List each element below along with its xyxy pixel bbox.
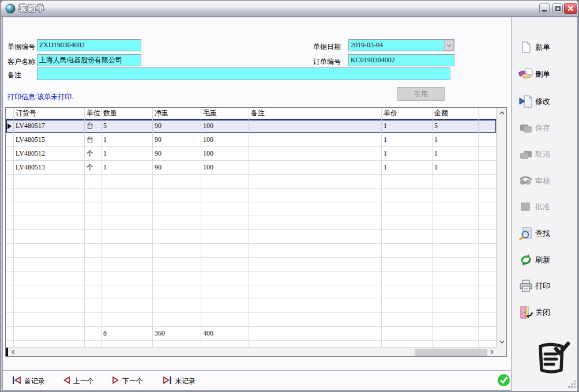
horizontal-scrollbar[interactable]: [6, 347, 497, 356]
grid-cell[interactable]: 1: [382, 133, 433, 147]
audit-icon: [518, 174, 533, 188]
table-row[interactable]: LV480513个19010011: [6, 161, 497, 175]
sidebar-button-close[interactable]: 关闭: [518, 304, 575, 321]
grid-header-cell[interactable]: 单价: [382, 108, 433, 119]
grid-cell[interactable]: 1: [433, 161, 479, 175]
sidebar-button-new[interactable]: 新单: [518, 39, 575, 56]
grid-cell[interactable]: 100: [201, 161, 249, 175]
grid-cell: [85, 327, 101, 341]
grid-cell-filler: [479, 119, 497, 133]
grid-cell[interactable]: 90: [153, 147, 201, 161]
grid-cell[interactable]: LV480515: [14, 133, 85, 147]
grid-cell: 8: [101, 327, 153, 341]
grid-cell[interactable]: LV480512: [14, 147, 85, 161]
close-icon: [567, 5, 574, 12]
vertical-scrollbar[interactable]: [497, 108, 506, 347]
grid-cell[interactable]: 90: [153, 133, 201, 147]
confirm-green-icon[interactable]: [497, 374, 510, 387]
grid-header-cell[interactable]: 金额: [433, 108, 479, 119]
grid-cell[interactable]: 100: [201, 119, 249, 133]
grid-cell[interactable]: 100: [201, 133, 249, 147]
grid-cell[interactable]: 100: [201, 147, 249, 161]
sidebar-button-print[interactable]: 打印: [518, 277, 575, 295]
grid-cell[interactable]: 个: [85, 161, 101, 175]
grid-cell-filler: [479, 189, 497, 202]
grid-cell-filler: [479, 161, 497, 175]
resize-grip[interactable]: [567, 380, 576, 389]
nav-button-label: 末记录: [175, 376, 195, 386]
grid-cell[interactable]: [249, 147, 382, 161]
grid-cell[interactable]: 1: [101, 147, 153, 161]
grid-cell: [382, 189, 433, 202]
grid-cell[interactable]: 台: [85, 133, 101, 147]
grid-cell: [14, 202, 85, 216]
grid-cell[interactable]: 1: [433, 147, 479, 161]
grid-header-filler: [479, 108, 497, 119]
title-bar[interactable]: 装箱单: [1, 1, 578, 17]
new-doc-icon: [518, 40, 533, 54]
doc-no-input[interactable]: [37, 39, 141, 51]
grid-header-cell[interactable]: 数量: [101, 108, 153, 119]
grid-header-cell[interactable]: 单位: [85, 108, 101, 119]
sidebar-button-approve: 批准: [518, 198, 575, 216]
delete-icon: [518, 67, 533, 81]
grid-cell[interactable]: 90: [153, 119, 201, 133]
grid-body: LV480517台59010015LV480515台19010011LV4805…: [6, 119, 497, 347]
grid-cell[interactable]: 台: [85, 119, 101, 133]
row-indicator: [6, 119, 14, 133]
grid-header-cell[interactable]: 毛重: [201, 108, 249, 119]
sidebar-button-find[interactable]: 查找: [518, 225, 575, 242]
doc-date-input[interactable]: [348, 39, 454, 51]
grid-cell[interactable]: 个: [85, 147, 101, 161]
scroll-right-icon[interactable]: [488, 348, 496, 356]
grid-cell[interactable]: 5: [433, 119, 479, 133]
grid-cell[interactable]: 1: [101, 161, 153, 175]
grid-cell[interactable]: [249, 161, 382, 175]
totals-row: 8360400: [6, 327, 497, 341]
remark-input[interactable]: [37, 67, 450, 80]
empty-row: [6, 189, 497, 202]
customer-input[interactable]: [37, 54, 141, 66]
grid-cell[interactable]: [249, 119, 382, 133]
grid-cell: [382, 258, 433, 272]
order-no-input[interactable]: [348, 54, 454, 66]
grid-cell: [249, 202, 382, 216]
grid-cell[interactable]: 1: [101, 133, 153, 147]
sidebar-button-refresh[interactable]: 刷新: [518, 251, 575, 269]
grid-cell: [382, 230, 433, 244]
grid-cell[interactable]: 1: [433, 133, 479, 147]
maximize-button[interactable]: [552, 3, 563, 13]
table-row[interactable]: LV480512个19010011: [6, 147, 497, 161]
grid-cell: [14, 272, 85, 285]
grid-cell[interactable]: LV480513: [14, 161, 85, 175]
grid-cell[interactable]: 90: [153, 161, 201, 175]
grid-header-cell[interactable]: 订货号: [14, 108, 85, 119]
grid-cell[interactable]: 1: [382, 161, 433, 175]
grid-header-cell[interactable]: 净重: [153, 108, 201, 119]
scroll-left-icon[interactable]: [9, 348, 17, 356]
scroll-down-icon[interactable]: [497, 338, 506, 346]
nav-button-first-record[interactable]: 首记录: [12, 376, 45, 386]
nav-button-previous-record[interactable]: 上一个: [63, 376, 94, 386]
table-row[interactable]: LV480515台19010011: [6, 133, 497, 147]
print-icon: [518, 279, 533, 293]
scroll-up-icon[interactable]: [497, 109, 506, 117]
grid-cell[interactable]: 1: [382, 119, 433, 133]
sidebar-button-delete[interactable]: 删单: [518, 66, 575, 83]
grid-cell: [201, 244, 249, 258]
table-row[interactable]: LV480517台59010015: [6, 119, 497, 133]
grid-cell[interactable]: 5: [101, 119, 153, 133]
grid-cell[interactable]: LV480517: [14, 119, 85, 133]
grid-header-cell[interactable]: 备注: [249, 108, 382, 119]
grid-cell: [101, 216, 153, 230]
nav-button-last-record[interactable]: 末记录: [163, 376, 195, 386]
close-button[interactable]: [564, 3, 577, 14]
window-title: 装箱单: [19, 3, 45, 14]
horizontal-scroll-thumb[interactable]: [415, 349, 487, 356]
sidebar-button-modify[interactable]: 修改: [518, 93, 575, 110]
nav-button-next-record[interactable]: 下一个: [112, 376, 143, 386]
minimize-button[interactable]: [539, 3, 550, 13]
grid-cell[interactable]: 1: [382, 147, 433, 161]
print-status-text: 打印信息:该单未打印.: [7, 92, 74, 102]
grid-cell[interactable]: [249, 133, 382, 147]
